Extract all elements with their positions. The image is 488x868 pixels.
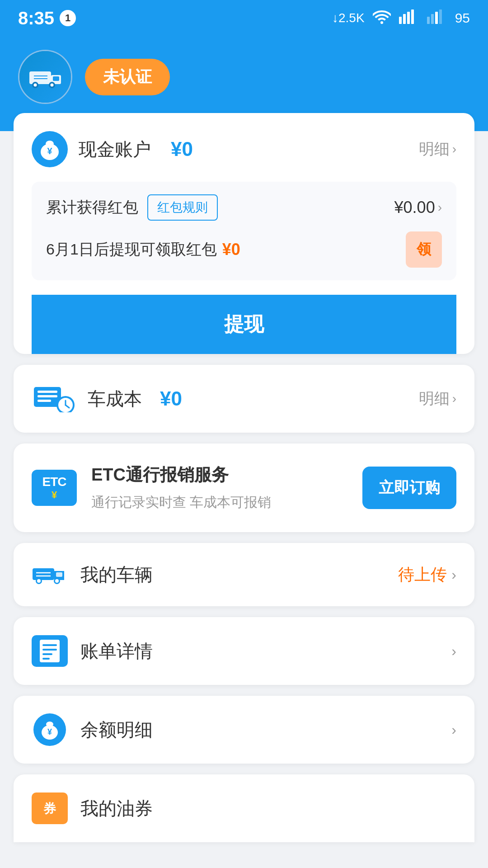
chevron-right-icon: ›: [452, 142, 456, 156]
coupon-label: 我的油券: [80, 796, 153, 821]
bill-detail-card[interactable]: 账单详情 ›: [14, 617, 474, 685]
svg-rect-14: [53, 76, 59, 81]
main-content: ¥ 现金账户 ¥0 明细 › 累计获得红包 红包规则: [0, 113, 488, 860]
status-bar: 8:35 1 ↓2.5K 95: [0, 0, 488, 36]
svg-point-45: [46, 722, 53, 727]
time-display: 8:35: [18, 8, 54, 28]
svg-text:券: 券: [43, 802, 56, 816]
etc-buy-button[interactable]: 立即订购: [362, 467, 456, 509]
coupon-icon: 券: [32, 793, 68, 824]
vehicle-menu-row: 我的车辆 待上传 ›: [14, 543, 474, 606]
svg-rect-2: [407, 12, 410, 24]
hongbao-left: 累计获得红包 红包规则: [46, 194, 218, 221]
june-area: 6月1日后提现可领取红包 ¥0: [46, 239, 240, 260]
withdraw-button[interactable]: 提现: [32, 295, 456, 354]
notification-badge: 1: [60, 10, 76, 26]
svg-rect-23: [38, 395, 57, 397]
network-speed: ↓2.5K: [332, 11, 365, 25]
svg-rect-0: [399, 17, 402, 24]
june-text: 6月1日后提现可领取红包: [46, 239, 217, 260]
balance-label: 余额明细: [80, 717, 153, 742]
svg-rect-24: [38, 400, 51, 402]
svg-text:¥: ¥: [47, 727, 52, 736]
svg-rect-8: [29, 71, 51, 84]
hongbao-cum-amount[interactable]: ¥0.00 ›: [394, 198, 442, 217]
status-icons: ↓2.5K 95: [332, 9, 470, 27]
svg-rect-41: [42, 653, 52, 655]
car-cost-inner: 车成本 ¥0 明细 ›: [14, 365, 474, 433]
balance-detail-card[interactable]: ¥ 余额明细 ›: [14, 696, 474, 764]
car-cost-card: 车成本 ¥0 明细 ›: [14, 365, 474, 433]
car-cost-label: 车成本: [88, 387, 142, 411]
battery-icon: 95: [455, 10, 470, 26]
signal-icon: [399, 9, 419, 27]
svg-rect-4: [427, 17, 430, 24]
vehicle-chevron-icon: ›: [451, 566, 456, 583]
hongbao-row-1: 累计获得红包 红包规则 ¥0.00 ›: [46, 194, 442, 221]
vehicle-label: 我的车辆: [80, 562, 153, 587]
cash-header: ¥ 现金账户 ¥0 明细 ›: [32, 131, 456, 167]
svg-rect-7: [439, 9, 442, 24]
cash-left: ¥ 现金账户 ¥0: [32, 131, 193, 167]
status-time-area: 8:35 1: [18, 8, 76, 28]
etc-text-area: ETC通行报销服务 通行记录实时查 车成本可报销: [91, 463, 348, 512]
money-bag-icon: ¥: [32, 131, 68, 167]
cash-detail-link[interactable]: 明细 ›: [419, 139, 456, 160]
vehicle-right: 待上传 ›: [398, 564, 456, 586]
svg-rect-42: [42, 658, 50, 660]
chevron-hongbao-icon: ›: [438, 200, 442, 215]
svg-rect-3: [411, 9, 414, 24]
svg-rect-31: [56, 572, 62, 577]
hongbao-rule-button[interactable]: 红包规则: [147, 194, 218, 221]
svg-rect-5: [431, 14, 434, 24]
cash-account-card: ¥ 现金账户 ¥0 明细 › 累计获得红包 红包规则: [14, 113, 474, 354]
claim-button[interactable]: 领: [406, 231, 442, 268]
cert-status-badge[interactable]: 未认证: [85, 59, 170, 95]
truck-icon: [32, 561, 68, 588]
vehicle-status: 待上传: [398, 564, 447, 586]
bill-chevron-icon: ›: [451, 643, 456, 660]
wifi-icon: [373, 9, 391, 27]
svg-rect-6: [435, 12, 438, 24]
car-cost-amount: ¥0: [160, 387, 182, 410]
svg-point-35: [55, 579, 59, 583]
etc-card-inner: ETC ¥ ETC通行报销服务 通行记录实时查 车成本可报销 立即订购: [14, 443, 474, 532]
balance-right: ›: [451, 722, 456, 738]
app-logo[interactable]: [18, 50, 72, 104]
etc-service-card: ETC ¥ ETC通行报销服务 通行记录实时查 车成本可报销 立即订购: [14, 443, 474, 532]
car-cost-left: 车成本 ¥0: [32, 383, 182, 415]
svg-rect-1: [403, 14, 406, 24]
signal2-icon: [427, 9, 447, 27]
bill-label: 账单详情: [80, 639, 153, 664]
car-cost-detail-link[interactable]: 明细 ›: [419, 388, 456, 409]
svg-point-13: [51, 83, 54, 86]
car-cost-icon: [32, 383, 77, 415]
svg-point-33: [37, 579, 41, 583]
etc-icon: ETC ¥: [32, 470, 77, 506]
vehicle-card[interactable]: 我的车辆 待上传 ›: [14, 543, 474, 606]
balance-chevron-icon: ›: [451, 722, 456, 738]
svg-rect-29: [33, 568, 54, 580]
cum-label: 累计获得红包: [46, 197, 138, 218]
balance-menu-row: ¥ 余额明细 ›: [14, 696, 474, 764]
svg-rect-20: [47, 142, 53, 145]
bill-menu-row: 账单详情 ›: [14, 617, 474, 685]
hongbao-section: 累计获得红包 红包规则 ¥0.00 › 6月1日后提现可领取红包 ¥0 领: [32, 182, 456, 280]
cash-account-amount: ¥0: [171, 138, 193, 160]
etc-title: ETC通行报销服务: [91, 463, 348, 486]
bill-icon: [32, 635, 68, 667]
car-cost-chevron-icon: ›: [452, 392, 456, 406]
svg-point-11: [34, 83, 37, 86]
balance-icon: ¥: [32, 714, 68, 745]
june-amount: ¥0: [222, 240, 240, 259]
bill-left: 账单详情: [32, 635, 153, 667]
svg-rect-39: [42, 644, 57, 646]
balance-left: ¥ 余额明细: [32, 714, 153, 745]
cash-account-label: 现金账户: [79, 137, 151, 162]
coupon-card-partial[interactable]: 券 我的油券: [14, 774, 474, 842]
svg-rect-40: [42, 649, 57, 651]
svg-rect-22: [38, 391, 57, 393]
etc-desc: 通行记录实时查 车成本可报销: [91, 492, 348, 512]
hongbao-row-2: 6月1日后提现可领取红包 ¥0 领: [46, 231, 442, 268]
svg-text:¥: ¥: [47, 146, 52, 156]
